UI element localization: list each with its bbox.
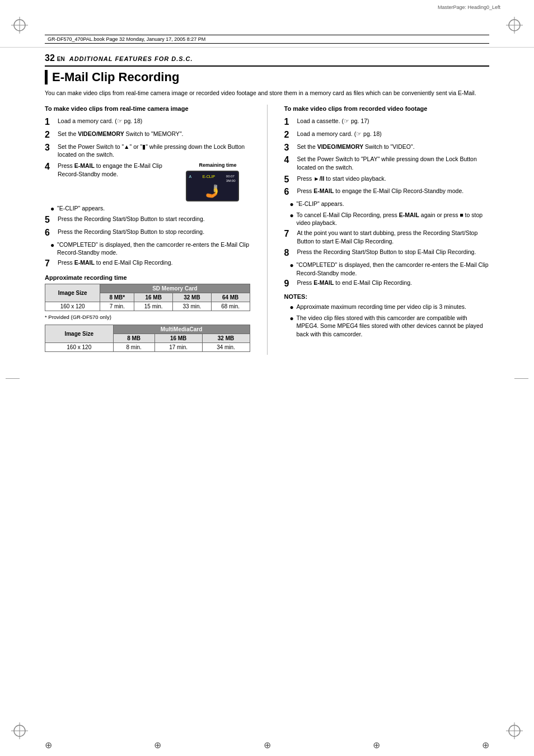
camcorder-display: A E-CLIP 00:073M:00 🤳 (186, 171, 239, 201)
right-step-4: 4 Set the Power Switch to "PLAY" while p… (284, 155, 490, 171)
step-content-7: Press E-MAIL to end E-Mail Clip Recordin… (58, 259, 250, 269)
right-bullet-text-8a: "COMPLETED" is displayed, then the camco… (297, 261, 490, 277)
side-mark-right (514, 378, 528, 379)
bullet-dot-6a: ● (50, 241, 57, 257)
step-content-3: Set the Power Switch to "▲" or "▮" while… (58, 143, 250, 159)
right-bullet-dot-6a: ● (290, 200, 297, 209)
main-content: 32 EN ADDITIONAL FEATURES FOR D.S.C. E-M… (45, 53, 489, 711)
file-info-text: GR-DF570_470PAL.book Page 32 Monday, Jan… (48, 36, 205, 42)
right-bullet-text-6b: To cancel E-Mail Clip Recording, press E… (297, 211, 490, 227)
right-step-number-5: 5 (284, 175, 296, 185)
right-bullet-6b: ● To cancel E-Mail Clip Recording, press… (284, 211, 490, 227)
right-bullet-8a: ● "COMPLETED" is displayed, then the cam… (284, 261, 490, 277)
remaining-time-label: Remaining time (186, 162, 250, 169)
note-bullet-2: ● (290, 314, 297, 339)
page-container: MasterPage: Heading0_Left GR-DF570_470PA… (0, 0, 534, 756)
left-step-3: 3 Set the Power Switch to "▲" or "▮" whi… (45, 143, 250, 159)
bottom-cross-center-right: ⊕ (373, 740, 380, 750)
table2-row-header: Image Size (45, 325, 114, 342)
bottom-cross-left: ⊕ (45, 740, 52, 750)
side-mark-left (6, 378, 20, 379)
table1-sub-64mb: 64 MB (211, 293, 250, 302)
corner-mark-tr (506, 17, 523, 34)
note-1: ● Approximate maximum recording time per… (284, 303, 490, 312)
right-step-8: 8 Press the Recording Start/Stop Button … (284, 248, 490, 258)
step-number-6: 6 (45, 228, 56, 238)
table1-size: 160 x 120 (45, 302, 100, 311)
right-section-heading: To make video clips from recorded video … (284, 105, 490, 112)
note-text-2: The video clip files stored with this ca… (297, 314, 490, 339)
en-label: EN (57, 56, 65, 62)
right-step-2: 2 Load a memory card. (☞ pg. 18) (284, 130, 490, 140)
step-number-2: 2 (45, 130, 56, 140)
table2-val-8: 8 min. (113, 342, 154, 351)
step-content-1: Load a memory card. (☞ pg. 18) (58, 117, 250, 127)
right-step-number-2: 2 (284, 130, 296, 140)
right-step-number-7: 7 (284, 229, 296, 245)
right-step-9: 9 Press E-MAIL to end E-Mail Clip Record… (284, 279, 490, 289)
right-bullet-6a: ● "E-CLIP" appears. (284, 200, 490, 209)
step-number-5: 5 (45, 215, 56, 225)
bottom-marks: ⊕ ⊕ ⊕ ⊕ ⊕ (45, 740, 489, 750)
right-step-number-1: 1 (284, 117, 296, 127)
table-section: Approximate recording time Image Size SD… (45, 274, 250, 352)
mmc-table: Image Size MultiMediaCard 8 MB 16 MB 32 … (45, 325, 250, 352)
right-step-5: 5 Press ►/II to start video playback. (284, 175, 490, 185)
right-step-content-6: Press E-MAIL to engage the E-Mail Clip R… (297, 187, 490, 197)
step-number-7: 7 (45, 259, 56, 269)
left-step-6: 6 Press the Recording Start/Stop Button … (45, 228, 250, 238)
right-step-content-5: Press ►/II to start video playback. (297, 175, 490, 185)
table2-sub-32mb: 32 MB (202, 334, 250, 342)
notes-heading: NOTES: (284, 293, 490, 300)
step-number-1: 1 (45, 117, 56, 127)
note-text-1: Approximate maximum recording time per v… (297, 303, 466, 312)
right-step-number-4: 4 (284, 155, 296, 171)
corner-mark-tl (11, 17, 28, 34)
chapter-title: ADDITIONAL FEATURES FOR D.S.C. (69, 55, 193, 62)
two-column-layout: To make video clips from real-time camer… (45, 105, 489, 354)
left-column: To make video clips from real-time camer… (45, 105, 250, 354)
step-number-3: 3 (45, 143, 56, 159)
bullet-text-4a: "E-CLIP" appears. (57, 204, 105, 214)
camcorder-top-row: A E-CLIP 00:073M:00 (189, 174, 236, 184)
table2-sub-16mb: 16 MB (154, 334, 202, 342)
left-bullet-4a: ● "E-CLIP" appears. (45, 204, 250, 214)
display-label-a: A (189, 174, 192, 184)
left-bullet-6a: ● "COMPLETED" is displayed, then the cam… (45, 241, 250, 257)
left-step-5: 5 Press the Recording Start/Stop Button … (45, 215, 250, 225)
table2-col-header: MultiMediaCard (113, 325, 250, 334)
left-step-2: 2 Set the VIDEO/MEMORY Switch to "MEMORY… (45, 130, 250, 140)
table1-row: 160 x 120 7 min. 15 min. 33 min. 68 min. (45, 302, 250, 311)
corner-mark-br (506, 722, 523, 739)
right-step-content-3: Set the VIDEO/MEMORY Switch to "VIDEO". (297, 143, 490, 153)
right-step-number-3: 3 (284, 143, 296, 153)
table1-val-33: 33 min. (173, 302, 212, 311)
column-separator (267, 105, 268, 354)
sd-memory-table: Image Size SD Memory Card 8 MB* 16 MB 32… (45, 284, 250, 311)
step-content-5: Press the Recording Start/Stop Button to… (58, 215, 250, 225)
corner-mark-bl (11, 722, 28, 739)
right-step-content-1: Load a cassette. (☞ pg. 17) (297, 117, 490, 127)
table1-sub-32mb: 32 MB (173, 293, 212, 302)
table1-sub-16mb: 16 MB (134, 293, 173, 302)
right-step-number-6: 6 (284, 187, 296, 197)
right-step-content-2: Load a memory card. (☞ pg. 18) (297, 130, 490, 140)
left-step-4: 4 Remaining time A E-CLIP 00:073M:00 (45, 162, 250, 201)
right-step-1: 1 Load a cassette. (☞ pg. 17) (284, 117, 490, 127)
table1-val-68: 68 min. (211, 302, 250, 311)
right-bullet-dot-6b: ● (290, 211, 297, 227)
right-step-7: 7 At the point you want to start dubbing… (284, 229, 490, 245)
table2-sub-8mb: 8 MB (113, 334, 154, 342)
step-content-6: Press the Recording Start/Stop Button to… (58, 228, 250, 238)
file-info-bar: GR-DF570_470PAL.book Page 32 Monday, Jan… (45, 35, 489, 44)
table2-val-34: 34 min. (202, 342, 250, 351)
step-content-4: Remaining time A E-CLIP 00:073M:00 🤳 (58, 162, 250, 201)
person-icon: 🤳 (205, 183, 220, 200)
right-step-content-9: Press E-MAIL to end E-Mail Clip Recordin… (297, 279, 490, 289)
display-label-eclip: E-CLIP (203, 174, 216, 184)
bottom-cross-center: ⊕ (264, 740, 271, 750)
right-step-3: 3 Set the VIDEO/MEMORY Switch to "VIDEO"… (284, 143, 490, 153)
bullet-text-6a: "COMPLETED" is displayed, then the camco… (57, 241, 250, 257)
right-step-6: 6 Press E-MAIL to engage the E-Mail Clip… (284, 187, 490, 197)
bottom-cross-right: ⊕ (482, 740, 489, 750)
